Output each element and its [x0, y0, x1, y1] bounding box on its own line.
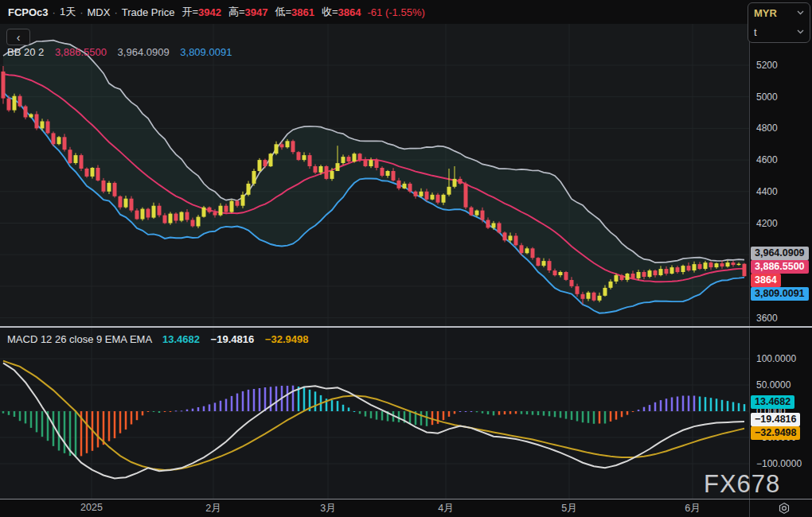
price-type-label[interactable]: Trade Price	[122, 6, 175, 18]
unit-value: t	[754, 26, 757, 38]
candle-body	[693, 264, 697, 270]
macd-indicator-title[interactable]: MACD 12 26 close 9 EMA EMA	[7, 333, 151, 345]
price-chart-canvas[interactable]	[0, 24, 749, 328]
back-button[interactable]: ‹	[6, 29, 30, 45]
macd-histogram-bar	[465, 411, 467, 412]
candle-body	[381, 168, 385, 176]
axis-tick-label: 5200	[756, 59, 778, 72]
macd-histogram-bar	[2, 411, 5, 414]
macd-histogram-bar	[576, 411, 579, 422]
exchange-label[interactable]: MDX	[88, 6, 111, 18]
macd-histogram-bar	[164, 411, 166, 412]
axis-price-tag: 13.4682	[751, 395, 794, 409]
candle-body	[35, 115, 39, 129]
macd-chart-canvas[interactable]	[0, 328, 749, 499]
candle-body	[447, 187, 451, 195]
macd-histogram-bar	[654, 402, 657, 411]
macd-histogram-bar	[409, 411, 412, 424]
macd-histogram-bar	[509, 411, 512, 414]
time-axis-divider	[0, 499, 812, 500]
candle-body	[314, 166, 318, 173]
macd-histogram-bar	[632, 411, 634, 412]
macd-histogram-bar	[348, 407, 350, 411]
separator-dot: ·	[114, 6, 117, 18]
candle-body	[135, 211, 139, 220]
candle-body	[665, 269, 669, 274]
bb-lower-value: 3,809.0091	[180, 46, 232, 58]
macd-histogram-bar	[19, 411, 21, 421]
candle-body	[224, 206, 228, 212]
candle-body	[57, 137, 61, 144]
symbol-info-bar: FCPOc3 · 1天 · MDX · Trade Price 开=3942 高…	[0, 0, 753, 24]
macd-histogram-bar	[554, 411, 556, 417]
candle-body	[369, 160, 373, 166]
close-value: 3864	[338, 6, 361, 18]
candle-body	[29, 115, 33, 118]
candle-body	[319, 166, 323, 173]
macd-histogram-bar	[532, 411, 534, 415]
macd-histogram-bar	[437, 411, 439, 424]
currency-value: MYR	[754, 7, 777, 19]
separator-dot: ·	[80, 6, 83, 18]
axis-tick-label: 3600	[756, 312, 778, 325]
candle-body	[336, 163, 340, 171]
candle-body	[531, 248, 535, 258]
candle-body	[275, 144, 279, 154]
macd-histogram-bar	[14, 411, 16, 417]
macd-histogram-bar	[331, 400, 334, 411]
hexagon-settings-icon	[778, 502, 791, 515]
macd-histogram-bar	[588, 411, 590, 423]
macd-histogram-bar	[660, 400, 662, 411]
axis-price-tag: −32.9498	[751, 426, 800, 440]
open-value: 3942	[198, 6, 221, 18]
macd-axis[interactable]: 100.000050.00000.0000−50.0000−100.000013…	[749, 328, 812, 499]
candle-body	[7, 99, 11, 111]
axis-price-tag: 3,809.0091	[751, 287, 809, 301]
currency-dropdown[interactable]: MYR	[748, 3, 810, 22]
time-axis-settings-button[interactable]	[776, 501, 792, 515]
macd-histogram-bar	[158, 411, 161, 413]
candle-body	[525, 248, 529, 253]
time-axis[interactable]: 20252月3月4月5月6月	[0, 500, 812, 517]
macd-histogram-bar	[97, 411, 100, 448]
price-axis[interactable]: 5200500048004600440042004000380036003,96…	[749, 24, 812, 328]
candle-body	[592, 293, 596, 301]
macd-histogram-bar	[705, 397, 707, 411]
macd-histogram-bar	[727, 401, 729, 411]
candle-body	[598, 296, 602, 301]
candle-body	[392, 171, 396, 181]
macd-histogram-bar	[548, 411, 551, 416]
macd-histogram-bar	[303, 387, 306, 411]
macd-histogram-bar	[448, 411, 451, 417]
macd-histogram-bar	[103, 411, 105, 445]
candle-body	[286, 141, 290, 147]
candle-body	[174, 214, 178, 221]
unit-dropdown[interactable]: t	[748, 22, 810, 41]
candle-body	[743, 264, 747, 277]
macd-legend-row: MACD 12 26 close 9 EMA EMA 13.4682 −19.4…	[7, 333, 308, 345]
symbol-name[interactable]: FCPOc3	[8, 6, 49, 18]
macd-histogram-bar	[649, 405, 651, 411]
macd-histogram-bar	[493, 411, 495, 415]
price-chart-pane[interactable]	[0, 24, 749, 328]
candle-body	[146, 209, 150, 218]
candle-body	[687, 266, 691, 270]
macd-histogram-bar	[270, 387, 272, 411]
time-axis-label: 5月	[561, 502, 576, 515]
candle-body	[119, 196, 123, 208]
candle-body	[386, 171, 390, 176]
candle-body	[152, 206, 156, 218]
macd-chart-pane[interactable]	[0, 328, 749, 499]
axis-price-tag: 3,964.0909	[751, 247, 809, 260]
candle-body	[709, 262, 713, 267]
candle-body	[107, 183, 111, 192]
low-value: 3861	[291, 6, 314, 18]
candle-body	[642, 272, 646, 277]
macd-histogram-bar	[153, 411, 155, 412]
candle-body	[74, 155, 78, 163]
macd-histogram-bar	[58, 411, 61, 451]
axis-tick-label: 4600	[756, 154, 778, 166]
bb-indicator-title[interactable]: BB 20 2	[7, 46, 44, 58]
interval-label[interactable]: 1天	[60, 5, 76, 19]
pane-divider[interactable]	[0, 326, 812, 328]
